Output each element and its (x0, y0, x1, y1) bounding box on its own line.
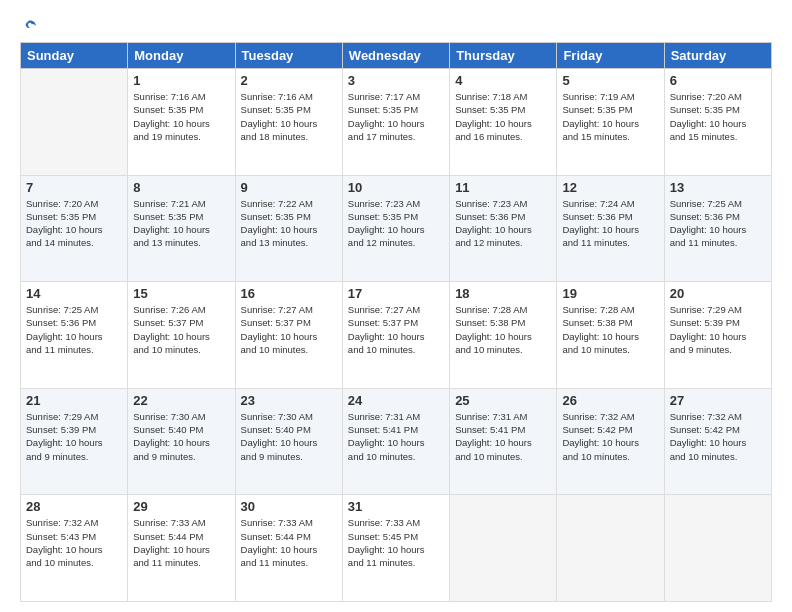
day-info: Sunrise: 7:23 AM Sunset: 5:35 PM Dayligh… (348, 197, 444, 250)
day-number: 11 (455, 180, 551, 195)
calendar-cell: 6Sunrise: 7:20 AM Sunset: 5:35 PM Daylig… (664, 69, 771, 176)
logo (20, 18, 39, 34)
day-number: 9 (241, 180, 337, 195)
calendar-cell: 10Sunrise: 7:23 AM Sunset: 5:35 PM Dayli… (342, 175, 449, 282)
day-number: 18 (455, 286, 551, 301)
calendar-cell: 16Sunrise: 7:27 AM Sunset: 5:37 PM Dayli… (235, 282, 342, 389)
day-info: Sunrise: 7:20 AM Sunset: 5:35 PM Dayligh… (670, 90, 766, 143)
day-number: 4 (455, 73, 551, 88)
calendar-cell: 23Sunrise: 7:30 AM Sunset: 5:40 PM Dayli… (235, 388, 342, 495)
calendar-cell (557, 495, 664, 602)
calendar-header-tuesday: Tuesday (235, 43, 342, 69)
calendar-header-saturday: Saturday (664, 43, 771, 69)
calendar-cell: 15Sunrise: 7:26 AM Sunset: 5:37 PM Dayli… (128, 282, 235, 389)
calendar-cell (450, 495, 557, 602)
calendar-cell (664, 495, 771, 602)
day-info: Sunrise: 7:29 AM Sunset: 5:39 PM Dayligh… (670, 303, 766, 356)
calendar-cell: 1Sunrise: 7:16 AM Sunset: 5:35 PM Daylig… (128, 69, 235, 176)
calendar-cell (21, 69, 128, 176)
day-number: 25 (455, 393, 551, 408)
day-info: Sunrise: 7:27 AM Sunset: 5:37 PM Dayligh… (348, 303, 444, 356)
day-info: Sunrise: 7:21 AM Sunset: 5:35 PM Dayligh… (133, 197, 229, 250)
day-number: 28 (26, 499, 122, 514)
calendar-cell: 17Sunrise: 7:27 AM Sunset: 5:37 PM Dayli… (342, 282, 449, 389)
day-number: 30 (241, 499, 337, 514)
day-number: 17 (348, 286, 444, 301)
calendar-cell: 18Sunrise: 7:28 AM Sunset: 5:38 PM Dayli… (450, 282, 557, 389)
day-number: 20 (670, 286, 766, 301)
day-info: Sunrise: 7:30 AM Sunset: 5:40 PM Dayligh… (241, 410, 337, 463)
day-number: 7 (26, 180, 122, 195)
calendar-cell: 9Sunrise: 7:22 AM Sunset: 5:35 PM Daylig… (235, 175, 342, 282)
day-number: 5 (562, 73, 658, 88)
day-info: Sunrise: 7:20 AM Sunset: 5:35 PM Dayligh… (26, 197, 122, 250)
calendar-cell: 3Sunrise: 7:17 AM Sunset: 5:35 PM Daylig… (342, 69, 449, 176)
day-info: Sunrise: 7:27 AM Sunset: 5:37 PM Dayligh… (241, 303, 337, 356)
calendar-cell: 21Sunrise: 7:29 AM Sunset: 5:39 PM Dayli… (21, 388, 128, 495)
day-number: 23 (241, 393, 337, 408)
calendar-cell: 28Sunrise: 7:32 AM Sunset: 5:43 PM Dayli… (21, 495, 128, 602)
day-number: 16 (241, 286, 337, 301)
logo-text (20, 18, 39, 34)
day-info: Sunrise: 7:33 AM Sunset: 5:44 PM Dayligh… (241, 516, 337, 569)
day-info: Sunrise: 7:16 AM Sunset: 5:35 PM Dayligh… (241, 90, 337, 143)
day-number: 29 (133, 499, 229, 514)
page: SundayMondayTuesdayWednesdayThursdayFrid… (0, 0, 792, 612)
calendar-header-thursday: Thursday (450, 43, 557, 69)
calendar-table: SundayMondayTuesdayWednesdayThursdayFrid… (20, 42, 772, 602)
calendar-cell: 13Sunrise: 7:25 AM Sunset: 5:36 PM Dayli… (664, 175, 771, 282)
calendar-cell: 31Sunrise: 7:33 AM Sunset: 5:45 PM Dayli… (342, 495, 449, 602)
day-info: Sunrise: 7:23 AM Sunset: 5:36 PM Dayligh… (455, 197, 551, 250)
day-info: Sunrise: 7:28 AM Sunset: 5:38 PM Dayligh… (455, 303, 551, 356)
day-number: 27 (670, 393, 766, 408)
day-info: Sunrise: 7:31 AM Sunset: 5:41 PM Dayligh… (455, 410, 551, 463)
day-number: 13 (670, 180, 766, 195)
header (20, 18, 772, 34)
day-info: Sunrise: 7:24 AM Sunset: 5:36 PM Dayligh… (562, 197, 658, 250)
day-number: 6 (670, 73, 766, 88)
day-number: 12 (562, 180, 658, 195)
calendar-header-friday: Friday (557, 43, 664, 69)
calendar-cell: 8Sunrise: 7:21 AM Sunset: 5:35 PM Daylig… (128, 175, 235, 282)
calendar-cell: 2Sunrise: 7:16 AM Sunset: 5:35 PM Daylig… (235, 69, 342, 176)
day-number: 15 (133, 286, 229, 301)
calendar-cell: 29Sunrise: 7:33 AM Sunset: 5:44 PM Dayli… (128, 495, 235, 602)
calendar-cell: 11Sunrise: 7:23 AM Sunset: 5:36 PM Dayli… (450, 175, 557, 282)
calendar-cell: 19Sunrise: 7:28 AM Sunset: 5:38 PM Dayli… (557, 282, 664, 389)
day-number: 2 (241, 73, 337, 88)
calendar-week-row: 21Sunrise: 7:29 AM Sunset: 5:39 PM Dayli… (21, 388, 772, 495)
calendar-cell: 25Sunrise: 7:31 AM Sunset: 5:41 PM Dayli… (450, 388, 557, 495)
calendar-cell: 14Sunrise: 7:25 AM Sunset: 5:36 PM Dayli… (21, 282, 128, 389)
calendar-cell: 20Sunrise: 7:29 AM Sunset: 5:39 PM Dayli… (664, 282, 771, 389)
calendar-cell: 24Sunrise: 7:31 AM Sunset: 5:41 PM Dayli… (342, 388, 449, 495)
day-info: Sunrise: 7:25 AM Sunset: 5:36 PM Dayligh… (26, 303, 122, 356)
day-number: 8 (133, 180, 229, 195)
day-info: Sunrise: 7:31 AM Sunset: 5:41 PM Dayligh… (348, 410, 444, 463)
day-info: Sunrise: 7:19 AM Sunset: 5:35 PM Dayligh… (562, 90, 658, 143)
day-number: 24 (348, 393, 444, 408)
calendar-header-monday: Monday (128, 43, 235, 69)
day-number: 3 (348, 73, 444, 88)
calendar-cell: 27Sunrise: 7:32 AM Sunset: 5:42 PM Dayli… (664, 388, 771, 495)
day-info: Sunrise: 7:16 AM Sunset: 5:35 PM Dayligh… (133, 90, 229, 143)
day-info: Sunrise: 7:33 AM Sunset: 5:45 PM Dayligh… (348, 516, 444, 569)
day-number: 1 (133, 73, 229, 88)
calendar-header-wednesday: Wednesday (342, 43, 449, 69)
calendar-header-row: SundayMondayTuesdayWednesdayThursdayFrid… (21, 43, 772, 69)
calendar-cell: 22Sunrise: 7:30 AM Sunset: 5:40 PM Dayli… (128, 388, 235, 495)
day-info: Sunrise: 7:30 AM Sunset: 5:40 PM Dayligh… (133, 410, 229, 463)
calendar-cell: 26Sunrise: 7:32 AM Sunset: 5:42 PM Dayli… (557, 388, 664, 495)
calendar-header-sunday: Sunday (21, 43, 128, 69)
calendar-week-row: 28Sunrise: 7:32 AM Sunset: 5:43 PM Dayli… (21, 495, 772, 602)
day-number: 14 (26, 286, 122, 301)
day-info: Sunrise: 7:22 AM Sunset: 5:35 PM Dayligh… (241, 197, 337, 250)
day-info: Sunrise: 7:29 AM Sunset: 5:39 PM Dayligh… (26, 410, 122, 463)
calendar-cell: 7Sunrise: 7:20 AM Sunset: 5:35 PM Daylig… (21, 175, 128, 282)
day-info: Sunrise: 7:28 AM Sunset: 5:38 PM Dayligh… (562, 303, 658, 356)
calendar-cell: 5Sunrise: 7:19 AM Sunset: 5:35 PM Daylig… (557, 69, 664, 176)
day-info: Sunrise: 7:25 AM Sunset: 5:36 PM Dayligh… (670, 197, 766, 250)
day-number: 10 (348, 180, 444, 195)
calendar-cell: 30Sunrise: 7:33 AM Sunset: 5:44 PM Dayli… (235, 495, 342, 602)
logo-bird-icon (22, 18, 38, 34)
day-info: Sunrise: 7:32 AM Sunset: 5:42 PM Dayligh… (562, 410, 658, 463)
